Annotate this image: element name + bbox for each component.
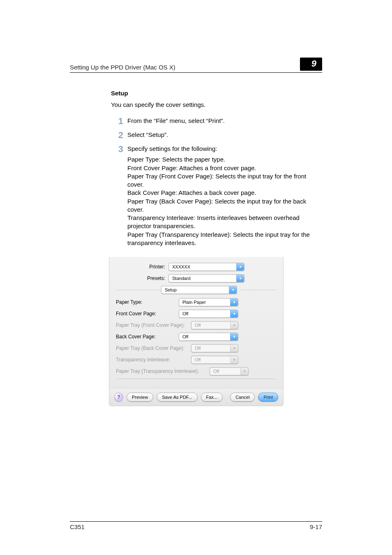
back-cover-label: Back Cover Page: bbox=[116, 333, 179, 340]
body-content: Setup You can specify the cover settings… bbox=[111, 89, 322, 406]
front-tray-value: Off bbox=[195, 322, 201, 328]
paper-type-label: Paper Type: bbox=[116, 299, 179, 305]
dropdown-arrows-icon: ▾ bbox=[229, 286, 237, 294]
printer-value: XXXXXX bbox=[172, 264, 190, 270]
transparency-label: Transparency Interleave: bbox=[116, 356, 191, 363]
front-tray-select: Off ▾ bbox=[191, 321, 238, 329]
save-pdf-button[interactable]: Save As PDF... bbox=[157, 393, 197, 402]
panel-separator: Setup ▾ bbox=[116, 286, 277, 294]
print-label: Print bbox=[263, 394, 273, 400]
detail-line: Paper Tray (Transparency Interleave): Se… bbox=[127, 231, 322, 247]
dropdown-arrows-icon: ▾ bbox=[230, 333, 238, 340]
dropdown-arrows-icon: ▾ bbox=[230, 310, 238, 317]
fax-button[interactable]: Fax... bbox=[201, 393, 223, 402]
paper-type-select[interactable]: Plain Paper ▾ bbox=[179, 298, 238, 306]
dropdown-arrows-icon: ▾ bbox=[230, 345, 238, 352]
cancel-button[interactable]: Cancel bbox=[230, 393, 255, 402]
footer-model: C351 bbox=[70, 523, 85, 530]
step-text: Select “Setup”. bbox=[127, 131, 168, 138]
preview-label: Preview bbox=[132, 394, 148, 400]
rule-line bbox=[240, 290, 277, 290]
rule-line bbox=[116, 290, 161, 290]
presets-row: Presets: Standard ▾ bbox=[116, 274, 277, 282]
dropdown-arrows-icon: ▾ bbox=[236, 263, 244, 271]
trans-tray-value: Off bbox=[213, 368, 219, 375]
print-button[interactable]: Print bbox=[258, 393, 278, 402]
transparency-value: Off bbox=[195, 357, 201, 363]
help-icon: ? bbox=[117, 394, 120, 400]
chapter-badge: 9 bbox=[300, 58, 322, 71]
step-number: 3 bbox=[111, 143, 123, 155]
presets-select[interactable]: Standard ▾ bbox=[168, 274, 244, 282]
back-cover-select[interactable]: Off ▾ bbox=[179, 333, 238, 341]
printer-row: Printer: XXXXXX ▾ bbox=[116, 263, 277, 271]
dropdown-arrows-icon: ▾ bbox=[230, 356, 238, 363]
dialog-footer: ? Preview Save As PDF... Fax... Cancel P… bbox=[109, 388, 284, 406]
transparency-select: Off ▾ bbox=[191, 356, 238, 364]
back-cover-row: Back Cover Page: Off ▾ bbox=[116, 333, 277, 341]
step-3-details: Paper Type: Selects the paper type. Fron… bbox=[127, 155, 322, 247]
fax-label: Fax... bbox=[206, 394, 218, 400]
section-intro: You can specify the cover settings. bbox=[111, 101, 322, 109]
dropdown-arrows-icon: ▾ bbox=[230, 321, 238, 329]
dropdown-arrows-icon: ▾ bbox=[240, 368, 248, 375]
footer-rule bbox=[116, 379, 277, 379]
presets-label: Presets: bbox=[116, 275, 168, 282]
dropdown-arrows-icon: ▾ bbox=[236, 275, 244, 282]
detail-line: Paper Tray (Back Cover Page): Selects th… bbox=[127, 197, 322, 214]
running-header: Setting Up the PPD Driver (Mac OS X) 9 bbox=[70, 58, 322, 71]
footer-page: 9-17 bbox=[310, 523, 322, 530]
step-number: 1 bbox=[111, 115, 123, 127]
detail-line: Paper Tray (Front Cover Page): Selects t… bbox=[127, 172, 322, 189]
header-rule bbox=[70, 72, 322, 73]
detail-line: Front Cover Page: Attaches a front cover… bbox=[127, 164, 322, 172]
printer-select[interactable]: XXXXXX ▾ bbox=[168, 263, 244, 271]
printer-label: Printer: bbox=[116, 264, 168, 270]
page-footer: C351 9-17 bbox=[70, 521, 322, 530]
detail-line: Back Cover Page: Attaches a back cover p… bbox=[127, 189, 322, 197]
section-title: Setup bbox=[111, 89, 322, 97]
step-number: 2 bbox=[111, 129, 123, 141]
page: Setting Up the PPD Driver (Mac OS X) 9 S… bbox=[0, 0, 392, 555]
save-pdf-label: Save As PDF... bbox=[162, 394, 192, 400]
back-cover-value: Off bbox=[182, 334, 188, 340]
dialog-body: Printer: XXXXXX ▾ Presets: Standard ▾ bbox=[109, 257, 284, 388]
back-tray-select: Off ▾ bbox=[191, 344, 238, 352]
front-tray-label: Paper Tray (Front Cover Page): bbox=[116, 322, 191, 328]
back-tray-row: Paper Tray (Back Cover Page): Off ▾ bbox=[116, 344, 277, 352]
paper-type-value: Plain Paper bbox=[182, 299, 206, 305]
preview-button[interactable]: Preview bbox=[127, 393, 153, 402]
cancel-label: Cancel bbox=[235, 394, 249, 400]
detail-line: Transparency Interleave: Inserts interle… bbox=[127, 214, 322, 231]
front-cover-label: Front Cover Page: bbox=[116, 310, 179, 317]
dropdown-arrows-icon: ▾ bbox=[230, 298, 238, 306]
step-text: Specify settings for the following: bbox=[127, 145, 217, 152]
front-cover-select[interactable]: Off ▾ bbox=[179, 310, 238, 318]
front-cover-value: Off bbox=[182, 311, 188, 317]
steps-list: 1 From the “File” menu, select “Print”. … bbox=[111, 117, 322, 247]
detail-line: Paper Type: Selects the paper type. bbox=[127, 155, 322, 164]
help-button[interactable]: ? bbox=[114, 393, 123, 402]
print-dialog: Printer: XXXXXX ▾ Presets: Standard ▾ bbox=[109, 257, 284, 406]
step-2: 2 Select “Setup”. bbox=[111, 131, 322, 139]
step-1: 1 From the “File” menu, select “Print”. bbox=[111, 117, 322, 125]
trans-tray-row: Paper Tray (Transparency Interleave): Of… bbox=[116, 367, 277, 375]
trans-tray-label: Paper Tray (Transparency Interleave): bbox=[116, 368, 210, 375]
back-tray-value: Off bbox=[195, 345, 201, 352]
panel-value: Setup bbox=[165, 287, 177, 293]
front-tray-row: Paper Tray (Front Cover Page): Off ▾ bbox=[116, 321, 277, 329]
running-title: Setting Up the PPD Driver (Mac OS X) bbox=[70, 64, 175, 71]
back-tray-label: Paper Tray (Back Cover Page): bbox=[116, 345, 191, 352]
transparency-row: Transparency Interleave: Off ▾ bbox=[116, 356, 277, 364]
step-text: From the “File” menu, select “Print”. bbox=[127, 117, 225, 124]
paper-type-row: Paper Type: Plain Paper ▾ bbox=[116, 298, 277, 306]
presets-value: Standard bbox=[172, 275, 191, 282]
front-cover-row: Front Cover Page: Off ▾ bbox=[116, 310, 277, 318]
trans-tray-select: Off ▾ bbox=[210, 367, 249, 375]
step-3: 3 Specify settings for the following: Pa… bbox=[111, 145, 322, 247]
panel-select[interactable]: Setup ▾ bbox=[161, 286, 237, 294]
